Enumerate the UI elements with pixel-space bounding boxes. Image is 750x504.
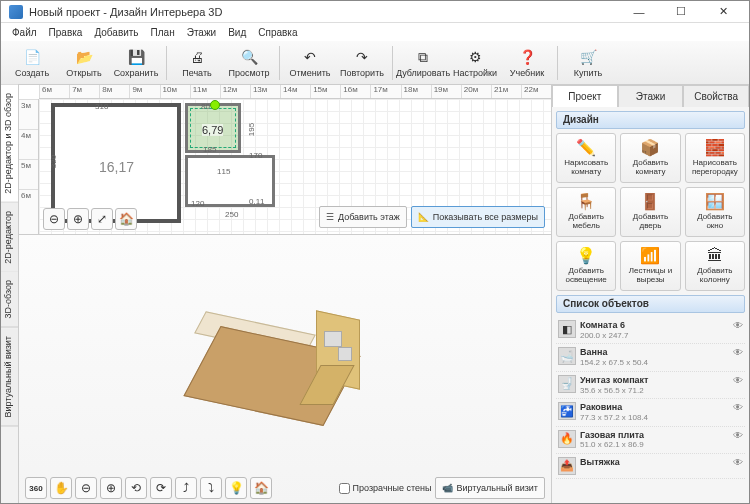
open-button[interactable]: 📂Открыть	[59, 43, 109, 83]
close-button[interactable]: ✕	[705, 3, 741, 21]
add-column-button[interactable]: 🏛Добавить колонну	[685, 241, 745, 291]
object-name: Ванна	[580, 347, 607, 357]
visibility-toggle[interactable]: 👁	[733, 320, 743, 331]
vertical-tabs: 2D-редактор и 3D обзор2D-редактор3D-обзо…	[1, 85, 19, 503]
minimize-button[interactable]: —	[621, 3, 657, 21]
draw-room-icon: ✏️	[576, 139, 596, 157]
virtual-visit-button[interactable]: 📹Виртуальный визит	[435, 477, 545, 499]
ruler-tick: 15м	[310, 85, 340, 98]
menu-файл[interactable]: Файл	[7, 25, 42, 40]
object-list[interactable]: ◧Комната 6200.0 x 247.7👁🛁Ванна154.2 x 67…	[552, 317, 749, 503]
camera-icon: 📹	[442, 483, 453, 493]
zoom-out-button[interactable]: ⊖	[43, 208, 65, 230]
pin-icon[interactable]	[210, 100, 220, 110]
draw-room-button[interactable]: ✏️Нарисовать комнату	[556, 133, 616, 183]
design-header: Дизайн	[556, 111, 745, 129]
menu-справка[interactable]: Справка	[253, 25, 302, 40]
dim-label: 170	[249, 151, 262, 160]
draw-partition-button[interactable]: 🧱Нарисовать перегородку	[685, 133, 745, 183]
print-button[interactable]: 🖨Печать	[172, 43, 222, 83]
zoom-fit-button[interactable]: ⤢	[91, 208, 113, 230]
zoom-in-button[interactable]: ⊕	[67, 208, 89, 230]
room-main[interactable]: 16,17	[51, 103, 181, 223]
rotate-360-button[interactable]: 360	[25, 477, 47, 499]
visibility-toggle[interactable]: 👁	[733, 457, 743, 468]
stairs-button[interactable]: 📶Лестницы и вырезы	[620, 241, 680, 291]
pan-button[interactable]: ✋	[50, 477, 72, 499]
object-item[interactable]: 🚰Раковина77.3 x 57.2 x 108.4👁	[556, 399, 745, 426]
ruler-tick: 22м	[521, 85, 551, 98]
redo-button[interactable]: ↷Повторить	[337, 43, 387, 83]
vtab-1[interactable]: 2D-редактор	[1, 203, 18, 273]
tilt-up-button[interactable]: ⤴	[175, 477, 197, 499]
app-icon	[9, 5, 23, 19]
buy-button[interactable]: 🛒Купить	[563, 43, 613, 83]
menu-план[interactable]: План	[146, 25, 180, 40]
object-item[interactable]: 🔥Газовая плита51.0 x 62.1 x 86.9👁	[556, 427, 745, 454]
rtab-проект[interactable]: Проект	[552, 85, 618, 107]
menu-добавить[interactable]: Добавить	[89, 25, 143, 40]
object-item[interactable]: 🛁Ванна154.2 x 67.5 x 50.4👁	[556, 344, 745, 371]
settings-button[interactable]: ⚙Настройки	[450, 43, 500, 83]
view-2d[interactable]: 6м7м8м9м10м11м12м13м14м15м16м17м18м19м20…	[19, 85, 551, 235]
tilt-down-button[interactable]: ⤵	[200, 477, 222, 499]
home-3d-button[interactable]: 🏠	[250, 477, 272, 499]
add-furniture-button[interactable]: 🪑Добавить мебель	[556, 187, 616, 237]
ruler-tick: 19м	[431, 85, 461, 98]
ruler-tick: 17м	[370, 85, 400, 98]
menu-правка[interactable]: Правка	[44, 25, 88, 40]
light-button[interactable]: 💡	[225, 477, 247, 499]
undo-button[interactable]: ↶Отменить	[285, 43, 335, 83]
add-room-button[interactable]: 📦Добавить комнату	[620, 133, 680, 183]
add-window-button[interactable]: 🪟Добавить окно	[685, 187, 745, 237]
object-item[interactable]: 🚽Унитаз компакт35.6 x 56.5 x 71.2👁	[556, 372, 745, 399]
transparent-walls-checkbox[interactable]: Прозрачные стены	[339, 483, 432, 494]
rotate-left-button[interactable]: ⟲	[125, 477, 147, 499]
duplicate-button[interactable]: ⧉Дублировать	[398, 43, 448, 83]
add-window-icon: 🪟	[705, 193, 725, 211]
vtab-2[interactable]: 3D-обзор	[1, 272, 18, 328]
rtab-этажи[interactable]: Этажи	[618, 85, 684, 107]
help-button[interactable]: ❓Учебник	[502, 43, 552, 83]
zoom-out-3d-button[interactable]: ⊖	[75, 477, 97, 499]
maximize-button[interactable]: ☐	[663, 3, 699, 21]
rotate-right-button[interactable]: ⟳	[150, 477, 172, 499]
save-button[interactable]: 💾Сохранить	[111, 43, 161, 83]
ruler-vertical: 3м4м5м6м	[19, 99, 39, 234]
visibility-toggle[interactable]: 👁	[733, 402, 743, 413]
vtab-0[interactable]: 2D-редактор и 3D обзор	[1, 85, 18, 203]
menu-этажи[interactable]: Этажи	[182, 25, 222, 40]
model-3d[interactable]	[190, 299, 380, 439]
add-floor-button[interactable]: ☰Добавить этаж	[319, 206, 407, 228]
zoom-in-3d-button[interactable]: ⊕	[100, 477, 122, 499]
redo-icon: ↷	[352, 47, 372, 67]
rtab-свойства[interactable]: Свойства	[683, 85, 749, 107]
home-button[interactable]: 🏠	[115, 208, 137, 230]
object-thumb: 🚰	[558, 402, 576, 420]
dim-label: 250	[225, 210, 238, 219]
floor-plan[interactable]: 16,17 310 320 6,79 80 195 185 170 115	[51, 103, 281, 225]
object-item[interactable]: ◧Комната 6200.0 x 247.7👁	[556, 317, 745, 344]
preview-button[interactable]: 🔍Просмотр	[224, 43, 274, 83]
add-door-button[interactable]: 🚪Добавить дверь	[620, 187, 680, 237]
menu-вид[interactable]: Вид	[223, 25, 251, 40]
object-name: Вытяжка	[580, 457, 620, 467]
object-item[interactable]: 📤Вытяжка👁	[556, 454, 745, 479]
layers-icon: ☰	[326, 212, 334, 222]
show-dims-button[interactable]: 📐Показывать все размеры	[411, 206, 545, 228]
add-light-button[interactable]: 💡Добавить освещение	[556, 241, 616, 291]
ruler-tick: 11м	[190, 85, 220, 98]
menubar: ФайлПравкаДобавитьПланЭтажиВидСправка	[1, 23, 749, 41]
object-thumb: 🛁	[558, 347, 576, 365]
ruler-tick: 7м	[69, 85, 99, 98]
vtab-3[interactable]: Виртуальный визит	[1, 328, 18, 426]
buy-icon: 🛒	[578, 47, 598, 67]
visibility-toggle[interactable]: 👁	[733, 347, 743, 358]
object-dimensions: 200.0 x 247.7	[580, 331, 729, 341]
create-button[interactable]: 📄Создать	[7, 43, 57, 83]
dim-label: 185	[203, 145, 216, 154]
add-light-icon: 💡	[576, 247, 596, 265]
visibility-toggle[interactable]: 👁	[733, 375, 743, 386]
view-3d[interactable]: 360 ✋ ⊖ ⊕ ⟲ ⟳ ⤴ ⤵ 💡 🏠 Прозрачные стены 📹…	[19, 235, 551, 503]
visibility-toggle[interactable]: 👁	[733, 430, 743, 441]
